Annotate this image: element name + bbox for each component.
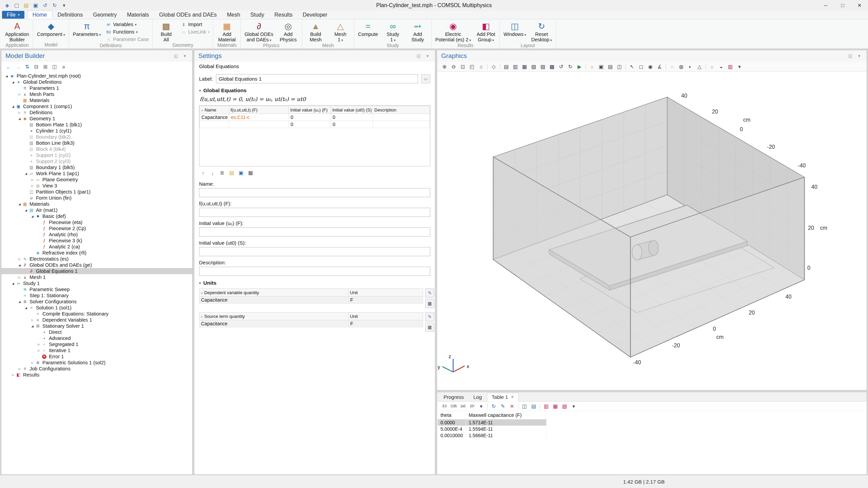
table-cell[interactable]: 0: [289, 121, 331, 128]
forward-icon[interactable]: →: [14, 63, 22, 71]
tree-item-mesh-1[interactable]: ▷▲Mesh 1: [1, 274, 192, 280]
tree-item-basic-def[interactable]: ◢■Basic (def): [1, 213, 192, 219]
move-up-icon[interactable]: ↑: [199, 169, 207, 177]
tree-item-dependent-variables-1[interactable]: ▷υDependent Variables 1: [1, 317, 192, 323]
table-cell[interactable]: [373, 121, 430, 128]
panel-menu-icon[interactable]: ▾: [424, 53, 431, 59]
tree-expander-icon[interactable]: ▷: [17, 258, 22, 261]
undo-icon[interactable]: ↺: [41, 1, 50, 10]
tree-expander-icon[interactable]: ▷: [11, 373, 16, 377]
table-cell[interactable]: Capacitance: [200, 114, 229, 121]
ribbon-button-import[interactable]: ⇓Import: [179, 21, 211, 28]
tree-expander-icon[interactable]: ◢: [17, 117, 22, 120]
expand-columns-icon[interactable]: »: [201, 291, 203, 295]
column-header[interactable]: Description: [373, 106, 430, 114]
tree-expander-icon[interactable]: ◢: [4, 75, 9, 78]
ribbon-button-add-plot-group[interactable]: ◧Add Plot Group ▾: [474, 20, 498, 43]
tree-expander-icon[interactable]: ▷: [30, 319, 35, 322]
field-input-initial-value-ut0-s[interactable]: [199, 247, 430, 256]
tree-item-parameters-1[interactable]: πParameters 1: [1, 85, 192, 91]
customize-icon[interactable]: ▾: [60, 1, 68, 10]
tree-item-direct[interactable]: ▪Direct: [1, 329, 192, 335]
column-header[interactable]: »Source term quantity: [199, 312, 349, 320]
tree-item-materials[interactable]: ◢▦Materials: [1, 201, 192, 207]
tree-expander-icon[interactable]: ◢: [11, 105, 16, 108]
tree-item-piecewise-3-k[interactable]: ƒPiecewise 3 (k): [1, 238, 192, 244]
ribbon-button-variables[interactable]: a=Variables▾: [104, 21, 151, 28]
zoom-box-icon[interactable]: ◰: [468, 63, 476, 71]
view-zx-icon[interactable]: ▧: [530, 63, 538, 71]
rotate-cw-icon[interactable]: ↻: [566, 63, 574, 71]
edit-icon[interactable]: ✎: [499, 402, 507, 410]
results-data-table[interactable]: thetaMaxwell capacitance (F)0.00001.5714…: [438, 411, 547, 439]
image-snapshot-icon[interactable]: ▣: [597, 63, 605, 71]
table-settings-icon[interactable]: ▦: [246, 169, 255, 177]
tree-expander-icon[interactable]: ◢: [23, 172, 28, 175]
ribbon-button-reset-desktop[interactable]: ↻Reset Desktop ▾: [529, 20, 554, 43]
expand-columns-icon[interactable]: »: [201, 108, 203, 112]
tree-item-view-3[interactable]: ▷◎View 3: [1, 183, 192, 189]
tree-item-boundary-1-blk5[interactable]: ▧Boundary 1 (blk5): [1, 164, 192, 170]
menu-tab-developer[interactable]: Developer: [298, 11, 333, 19]
tree-item-work-plane-1-wp1[interactable]: ◢▱Work Plane 1 (wp1): [1, 170, 192, 177]
graphics-canvas[interactable]: 4020cm0-20-404020cm040200cm-20-40 zxy: [437, 72, 867, 390]
ribbon-button-mesh-1[interactable]: △Mesh 1 ▾: [329, 20, 352, 43]
menu-tab-definitions[interactable]: Definitions: [53, 11, 88, 19]
back-icon[interactable]: ←: [5, 63, 13, 71]
tree-expander-icon[interactable]: ▷: [17, 276, 22, 279]
table-cell[interactable]: es.C11-c: [229, 114, 289, 121]
table-row[interactable]: CapacitanceF: [199, 297, 423, 304]
menu-tab-results[interactable]: Results: [269, 11, 297, 19]
table-cell[interactable]: 0: [331, 121, 373, 128]
animate-icon[interactable]: ▶: [575, 63, 584, 71]
view-xz-icon[interactable]: ▦: [520, 63, 529, 71]
units-table[interactable]: »Dependent variable quantityUnitCapacita…: [199, 288, 423, 304]
tree-item-boundary-blk2[interactable]: ▧Boundary (blk2): [1, 134, 192, 140]
tree-item-form-union-fin[interactable]: ∪Form Union (fin): [1, 195, 192, 201]
tree-expander-icon[interactable]: ◢: [17, 203, 22, 206]
rotate-ccw-icon[interactable]: ↺: [557, 63, 565, 71]
panel-menu-icon[interactable]: ▾: [181, 53, 188, 59]
file-menu-button[interactable]: File▾: [2, 11, 24, 19]
tree-expander-icon[interactable]: ▷: [17, 93, 22, 96]
color-table-icon[interactable]: ▥: [726, 63, 734, 71]
results-table[interactable]: thetaMaxwell capacitance (F)0.00001.5714…: [437, 411, 867, 474]
copy-image-icon[interactable]: ◫: [615, 63, 624, 71]
tree-item-global-definitions[interactable]: ◢●Global Definitions: [1, 79, 192, 85]
menu-tab-mesh[interactable]: Mesh: [222, 11, 245, 19]
results-column-header[interactable]: theta: [438, 411, 466, 419]
tree-item-air-mat1[interactable]: ◢▤Air (mat1): [1, 207, 192, 213]
print-icon[interactable]: ▤: [606, 63, 614, 71]
tree-expander-icon[interactable]: ▷: [17, 367, 22, 370]
tree-item-parametric-solutions-1-sol2[interactable]: ▷≣Parametric Solutions 1 (sol2): [1, 360, 192, 366]
tree-item-materials[interactable]: ▦Materials: [1, 97, 192, 103]
wireframe-icon[interactable]: △: [695, 63, 704, 71]
tree-expander-icon[interactable]: ▷: [30, 361, 35, 364]
column-header[interactable]: Initial value (ut0) (S): [331, 106, 373, 114]
tree-expander-icon[interactable]: ◢: [30, 325, 35, 328]
column-header[interactable]: Unit: [349, 312, 423, 320]
tree-expander-icon[interactable]: ◢: [17, 264, 22, 267]
insert-unit-icon[interactable]: ▦: [425, 299, 434, 308]
expand-columns-icon[interactable]: »: [201, 314, 203, 319]
global-equations-grid[interactable]: »Namef(u,ut,utt,t) (F)Initial value (u₀)…: [199, 106, 430, 128]
app-logo-icon[interactable]: ◈: [3, 1, 12, 10]
settings-dropdown-icon[interactable]: ▾: [570, 402, 578, 410]
tree-item-support-2-cyl3[interactable]: ●Support 2 (cyl3): [1, 158, 192, 164]
column-header[interactable]: Unit: [349, 289, 423, 297]
go-to-default-view-icon[interactable]: ⌂: [477, 63, 485, 71]
tree-item-compile-equations-stationary[interactable]: ≈Compile Equations: Stationary: [1, 311, 192, 317]
units-section-header[interactable]: ▾ Units: [199, 280, 430, 286]
new-icon[interactable]: ▢: [12, 1, 21, 10]
ribbon-button-livelink[interactable]: ∞LiveLink▾: [179, 28, 211, 35]
ribbon-button-study-1[interactable]: ∞Study 1 ▾: [381, 20, 405, 43]
results-table-row[interactable]: 5.0000E-41.5594E-11: [438, 426, 547, 432]
tree-item-support-1-cyl2[interactable]: ●Support 1 (cyl2): [1, 152, 192, 158]
table-graph-1-icon[interactable]: ▥: [542, 402, 550, 410]
tree-expander-icon[interactable]: ◢: [30, 215, 35, 218]
undock-icon[interactable]: ◱: [173, 53, 179, 59]
table-surface-icon[interactable]: ▧: [560, 402, 569, 410]
tree-item-solution-1-sol1[interactable]: ◢=Solution 1 (sol1): [1, 305, 192, 311]
field-input-description[interactable]: [199, 267, 430, 276]
range-icon[interactable]: ≣: [218, 169, 226, 177]
